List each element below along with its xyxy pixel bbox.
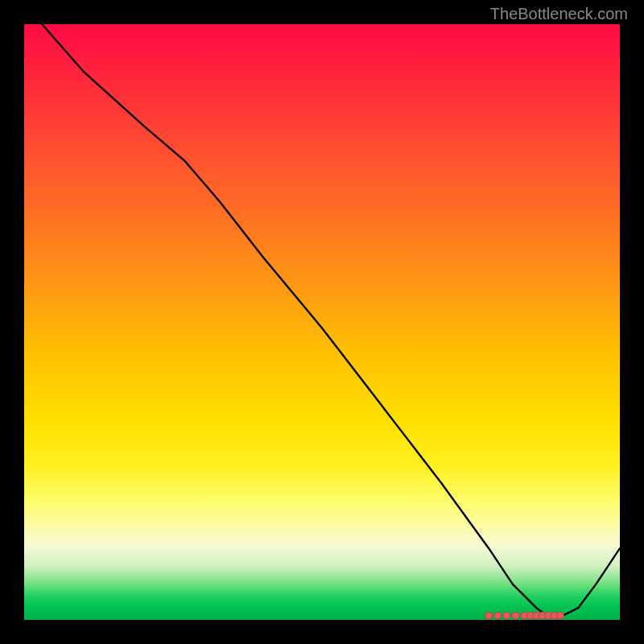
chart-line (42, 24, 620, 617)
optimal-marker-dot (512, 612, 519, 619)
optimal-marker-dot (503, 612, 510, 619)
optimal-marker-dot (557, 612, 564, 619)
chart-plot-area (24, 24, 620, 620)
optimal-marker-dot (494, 612, 502, 619)
chart-svg (24, 24, 620, 620)
optimal-marker-dot (485, 612, 493, 619)
optimal-markers-group (485, 612, 564, 619)
watermark-text: TheBottleneck.com (490, 5, 628, 23)
